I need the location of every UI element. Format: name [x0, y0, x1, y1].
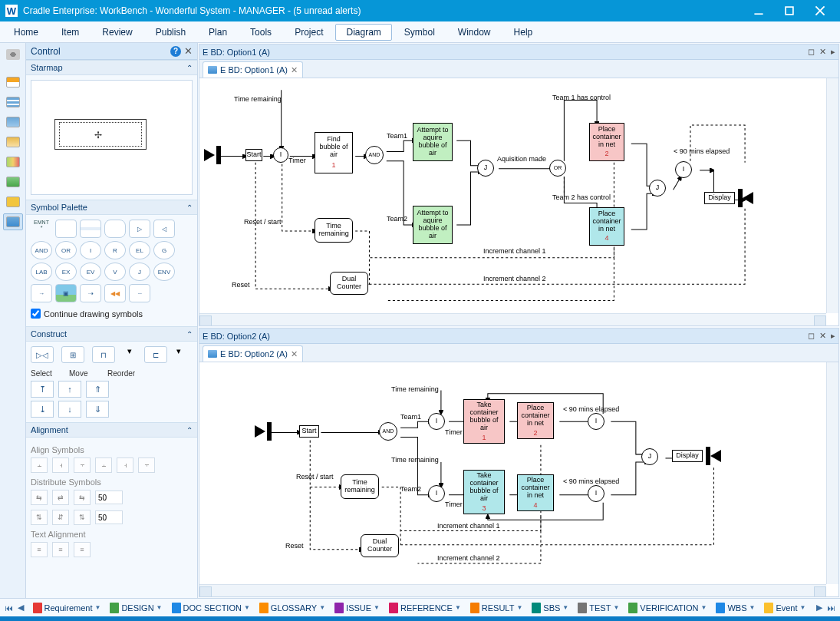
menu-symbol[interactable]: Symbol: [394, 24, 446, 41]
align-bottom[interactable]: ⫟: [138, 457, 155, 473]
menu-publish[interactable]: Publish: [145, 24, 196, 41]
node-time-rem[interactable]: Time remaining: [315, 218, 353, 243]
bottom-tab-result[interactable]: RESULT▼: [466, 601, 528, 615]
sel-down[interactable]: ⤓: [31, 401, 54, 418]
node-place1b[interactable]: Place container in net 2: [517, 402, 554, 439]
pal-i[interactable]: I: [80, 241, 101, 259]
bottom-tab-sbs[interactable]: SBS▼: [527, 601, 573, 615]
node-or[interactable]: OR: [549, 160, 566, 177]
pane2-restore-icon[interactable]: ◻: [808, 331, 815, 341]
node-i-a[interactable]: I: [428, 413, 445, 430]
pal-r[interactable]: R: [104, 241, 126, 259]
continue-drawing-checkbox[interactable]: Continue drawing symbols: [31, 306, 193, 322]
reo-up[interactable]: ⇑: [86, 381, 109, 398]
pal-img[interactable]: ▣: [55, 284, 77, 302]
pane2-hscroll[interactable]: [199, 584, 826, 596]
menu-diagram[interactable]: Diagram: [335, 24, 391, 41]
menu-item[interactable]: Item: [51, 24, 90, 41]
strip-btn-7[interactable]: [3, 193, 23, 210]
dist-h1[interactable]: ⇆: [31, 490, 48, 505]
maximize-button[interactable]: [774, 0, 805, 21]
node-j[interactable]: J: [477, 160, 494, 177]
pane1-hscroll[interactable]: [199, 313, 826, 325]
strip-gear-icon[interactable]: [3, 46, 23, 63]
pal-dash-arrow[interactable]: ⇢: [80, 284, 101, 302]
pane2-tab[interactable]: E BD: Option2 (A) ✕: [203, 345, 303, 362]
minimize-button[interactable]: [743, 0, 774, 21]
sel-up[interactable]: ⤒: [31, 381, 54, 398]
alignment-header[interactable]: Alignment ⌃: [26, 422, 197, 438]
strip-btn-6[interactable]: [3, 173, 23, 190]
node-dual-counter2[interactable]: Dual Counter: [361, 534, 399, 557]
panel-close-icon[interactable]: ✕: [184, 45, 193, 57]
reo-down[interactable]: ⇓: [86, 401, 109, 418]
construct-header[interactable]: Construct ⌃: [26, 326, 197, 342]
pal-rewind[interactable]: ◀◀: [104, 284, 126, 302]
pal-tri-left[interactable]: ◁: [153, 220, 175, 238]
strip-btn-1[interactable]: [3, 74, 23, 91]
pal-lab[interactable]: LAB: [31, 263, 52, 281]
strip-btn-2[interactable]: [3, 94, 23, 111]
mov-up[interactable]: ↑: [58, 381, 81, 398]
menu-project[interactable]: Project: [284, 24, 334, 41]
pal-split-rect[interactable]: [80, 220, 101, 238]
strip-btn-4[interactable]: [3, 134, 23, 150]
pal-arrow-r[interactable]: →: [31, 284, 52, 302]
bottom-tab-requirement[interactable]: Requirement▼: [28, 601, 106, 615]
con-tool-2[interactable]: ⊞: [61, 346, 84, 363]
bottom-tab-reference[interactable]: REFERENCE▼: [384, 601, 466, 615]
dist-h-value[interactable]: [95, 491, 123, 504]
pal-v[interactable]: V: [104, 263, 126, 281]
pal-el[interactable]: EL: [129, 241, 150, 259]
con-tool-4[interactable]: ⊏: [144, 346, 167, 363]
close-button[interactable]: [805, 0, 835, 21]
node-take2[interactable]: Take container bubble of air 3: [463, 470, 505, 514]
node-place2b[interactable]: Place container in net 4: [517, 474, 554, 511]
node-place1[interactable]: Place container in net 2: [589, 123, 624, 161]
con-tool-3[interactable]: ⊓: [92, 346, 115, 363]
bottom-tab-event[interactable]: Event▼: [759, 601, 810, 615]
node-time-rem2[interactable]: Time remaining: [341, 474, 379, 499]
node-i-b[interactable]: I: [428, 485, 445, 502]
node-i3[interactable]: I: [588, 413, 604, 430]
align-right[interactable]: ⫟: [74, 457, 91, 473]
node-j-b[interactable]: J: [641, 448, 658, 465]
pal-env[interactable]: ENV: [153, 263, 175, 281]
pal-round-rect[interactable]: [104, 220, 126, 238]
menu-home[interactable]: Home: [3, 24, 49, 41]
pane1-close-icon[interactable]: ✕: [819, 47, 826, 57]
starmap-header[interactable]: Starmap ⌃: [26, 60, 197, 75]
bottom-nav-prev[interactable]: ◀: [15, 603, 26, 613]
dist-v-value[interactable]: [95, 510, 123, 524]
pal-ex[interactable]: EX: [55, 263, 77, 281]
node-dual-counter[interactable]: Dual Counter: [330, 272, 368, 295]
align-center-h[interactable]: ⫞: [52, 457, 69, 473]
node-attempt1[interactable]: Attempt to aquire bubble of air: [413, 123, 453, 161]
node-i[interactable]: I: [273, 147, 288, 163]
menu-tools[interactable]: Tools: [239, 24, 282, 41]
bottom-tab-test[interactable]: TEST▼: [573, 601, 624, 615]
continue-drawing-input[interactable]: [31, 309, 41, 319]
menu-help[interactable]: Help: [503, 24, 544, 41]
pal-and[interactable]: AND: [31, 241, 52, 259]
bottom-nav-last[interactable]: ⏭: [826, 603, 837, 613]
dist-h3[interactable]: ⇆: [74, 490, 91, 505]
node-and[interactable]: AND: [365, 146, 384, 164]
pane2-canvas[interactable]: Start AND Team1 Team2 Time remaining Tim…: [199, 362, 838, 596]
bottom-nav-first[interactable]: ⏮: [3, 603, 14, 613]
node-i4[interactable]: I: [588, 485, 604, 502]
mov-down[interactable]: ↓: [58, 401, 81, 418]
tab-close-icon[interactable]: ✕: [291, 65, 298, 75]
node-start2[interactable]: Start: [299, 425, 319, 438]
pal-ev[interactable]: EV: [80, 263, 101, 281]
pane1-tab[interactable]: E BD: Option1 (A) ✕: [203, 61, 303, 78]
palette-header[interactable]: Symbol Palette ⌃: [26, 200, 197, 215]
bottom-tab-glossary[interactable]: GLOSSARY▼: [255, 601, 330, 615]
strip-btn-diagram[interactable]: [3, 213, 23, 230]
bottom-nav-next[interactable]: ▶: [813, 603, 824, 613]
menu-window[interactable]: Window: [447, 24, 502, 41]
node-and2[interactable]: AND: [379, 422, 397, 441]
node-display2[interactable]: Display: [672, 450, 703, 462]
ta-1[interactable]: ≡: [31, 542, 48, 557]
dist-v3[interactable]: ⇅: [74, 510, 91, 525]
